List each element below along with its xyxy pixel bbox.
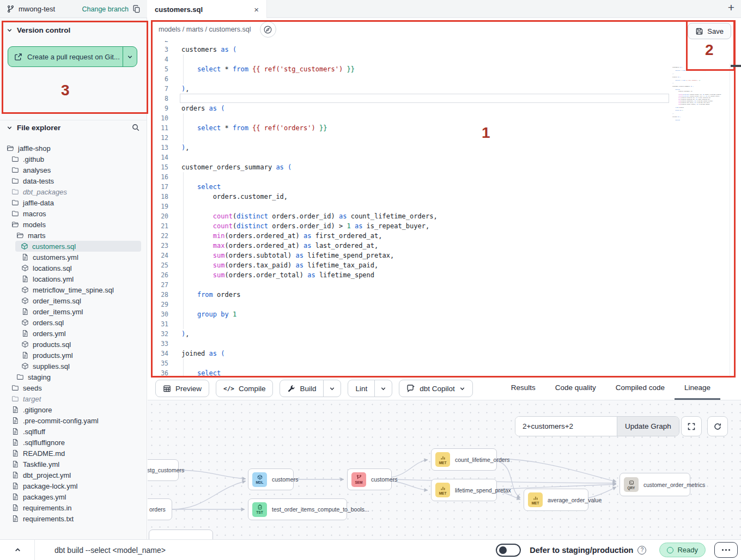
lineage-node-test-order-items-compute-to-bools-[interactable]: TSTtest_order_items_compute_to_bools... (248, 498, 347, 520)
code-line[interactable]: 25 sum(orders.tax_paid) as lifetime_tax_… (148, 260, 741, 270)
editor-scrollbar[interactable] (730, 64, 730, 377)
code-line[interactable]: 3customers as ( (148, 45, 741, 54)
code-line[interactable]: 4 (148, 54, 741, 64)
lineage-node-count-lifetime-orders[interactable]: METcount_lifetime_orders (431, 448, 497, 471)
code-line[interactable]: 30 group by 1 (148, 309, 741, 319)
code-line[interactable]: 34joined as ( (148, 349, 741, 358)
code-line[interactable]: 20 count(distinct orders.order_id) as co… (148, 211, 741, 221)
copy-branch-icon[interactable] (132, 5, 141, 13)
file-tree-item[interactable]: customers.yml (0, 252, 147, 263)
editor-tab[interactable]: customers.sql × (147, 0, 267, 19)
lineage-node-customers[interactable]: SEMcustomers (347, 468, 392, 490)
code-line[interactable]: 15customer_orders_summary as ( (148, 162, 741, 172)
lineage-node-lifetime-spend-pretax[interactable]: METlifetime_spend_pretax (431, 479, 497, 501)
minimap[interactable]: customers as ( select * from {{ ref('stg… (672, 65, 725, 370)
code-line[interactable]: 32), (148, 329, 741, 339)
file-explorer-header[interactable]: File explorer (0, 123, 147, 132)
code-line[interactable]: 23 max(orders.ordered_at) as last_ordere… (148, 241, 741, 251)
tab-results[interactable]: Results (501, 377, 545, 400)
refresh-button[interactable] (707, 416, 728, 436)
code-line[interactable]: 24 sum(orders.subtotal) as lifetime_spen… (148, 251, 741, 260)
code-line[interactable]: 29 (148, 300, 741, 309)
lint-button[interactable]: Lint (348, 380, 374, 397)
file-tree-item[interactable]: order_items.yml (0, 306, 147, 317)
file-tree-item[interactable]: macros (0, 208, 147, 219)
search-icon[interactable] (131, 123, 140, 132)
code-line[interactable]: 13), (148, 143, 741, 153)
code-line[interactable]: 18 orders.customer_id, (148, 192, 741, 202)
more-options-button[interactable] (714, 542, 738, 558)
code-line[interactable]: 27 (148, 280, 741, 290)
change-branch-link[interactable]: Change branch (82, 5, 129, 13)
file-tree-item[interactable]: products.yml (0, 350, 147, 361)
code-line[interactable]: 9orders as ( (148, 104, 741, 113)
lineage-node-stg-customers[interactable]: MDLstg_customers (148, 459, 179, 481)
file-tree-item[interactable]: marts (0, 230, 147, 241)
file-tree-item[interactable]: packages.yml (0, 491, 147, 502)
tab-code-quality[interactable]: Code quality (545, 377, 606, 400)
code-line[interactable]: 14 (148, 153, 741, 162)
code-line[interactable]: 11 select * from {{ ref('orders') }} (148, 123, 741, 133)
file-tree-item[interactable]: data-tests (0, 175, 147, 186)
file-tree-item[interactable]: orders.sql (0, 317, 147, 328)
lineage-node-customers[interactable]: MDLcustomers (248, 468, 294, 490)
copilot-compass-button[interactable] (260, 21, 276, 38)
code-line[interactable]: 28 from orders (148, 290, 741, 300)
update-graph-button[interactable]: Update Graph (617, 417, 679, 436)
code-line[interactable]: 17 select (148, 182, 741, 192)
ready-status-badge[interactable]: Ready (659, 543, 706, 557)
build-split-button[interactable]: Build (280, 380, 341, 397)
lineage-node-customer-order-metrics[interactable]: QRYcustomer_order_metrics (619, 473, 690, 496)
file-tree-item[interactable]: target (0, 393, 147, 404)
file-tree-item[interactable]: supplies.sql (0, 361, 147, 372)
code-line[interactable]: 7), (148, 84, 741, 94)
file-tree-item[interactable]: metricflow_time_spine.sql (0, 284, 147, 295)
code-line[interactable]: 33 (148, 339, 741, 349)
file-tree-item[interactable]: locations.sql (0, 263, 147, 273)
tab-close-icon[interactable]: × (254, 5, 259, 14)
create-pr-button[interactable]: Create a pull request on Git... (8, 46, 137, 67)
file-tree-item[interactable]: .sqlfluffignore (0, 437, 147, 448)
file-tree-item[interactable]: order_items.sql (0, 295, 147, 306)
lineage-selector-input[interactable]: 2+customers+2 (515, 417, 617, 436)
fullscreen-button[interactable] (681, 416, 702, 436)
code-line[interactable]: 16 (148, 172, 741, 182)
help-icon[interactable]: ? (637, 546, 646, 555)
file-tree-item[interactable]: .pre-commit-config.yaml (0, 415, 147, 426)
pr-dropdown-toggle[interactable] (123, 47, 137, 66)
new-tab-button[interactable]: + (728, 1, 734, 14)
code-line[interactable]: 26 sum(orders.order_total) as lifetime_s… (148, 270, 741, 280)
file-tree-item[interactable]: README.md (0, 448, 147, 459)
file-tree-item[interactable]: Taskfile.yml (0, 459, 147, 470)
save-button[interactable]: Save (688, 23, 731, 39)
file-tree-item[interactable]: locations.yml (0, 273, 147, 284)
code-line[interactable]: 5 select * from {{ ref('stg_customers') … (148, 64, 741, 74)
file-tree-item[interactable]: package-lock.yml (0, 480, 147, 491)
preview-button[interactable]: Preview (155, 380, 209, 397)
command-input[interactable]: dbt build --select <model_name> (54, 546, 166, 555)
code-line[interactable]: 22 min(orders.ordered_at) as first_order… (148, 231, 741, 241)
file-tree-item[interactable]: requirements.txt (0, 513, 147, 524)
code-line[interactable]: 19 (148, 202, 741, 211)
dbt-copilot-button[interactable]: dbt Copilot (399, 380, 473, 397)
lineage-node-orders[interactable]: MDLorders (148, 498, 172, 520)
file-tree-item[interactable]: staging (0, 372, 147, 382)
code-line[interactable]: 2 (148, 41, 741, 45)
version-control-header[interactable]: Version control (0, 26, 147, 34)
file-tree-item[interactable]: orders.yml (0, 328, 147, 339)
lineage-node[interactable] (149, 529, 213, 539)
file-tree-item[interactable]: customers.sql (15, 241, 141, 252)
tab-compiled-code[interactable]: Compiled code (606, 377, 675, 400)
file-tree-item[interactable]: jaffle-data (0, 197, 147, 208)
code-line[interactable]: 10 (148, 113, 741, 123)
lineage-node-average-order-value[interactable]: METaverage_order_value (524, 489, 588, 511)
command-bar-expand-icon[interactable] (14, 546, 21, 553)
code-area[interactable]: 23customers as (45 select * from {{ ref(… (148, 41, 741, 377)
code-line[interactable]: 36 select (148, 368, 741, 377)
file-tree-item[interactable]: .sqlfluff (0, 426, 147, 437)
build-dropdown-toggle[interactable] (323, 380, 341, 397)
compile-button[interactable]: </> Compile (216, 380, 273, 397)
file-tree-item[interactable]: analyses (0, 165, 147, 175)
lint-dropdown-toggle[interactable] (374, 380, 392, 397)
file-tree-item[interactable]: dbt_packages (0, 186, 147, 197)
